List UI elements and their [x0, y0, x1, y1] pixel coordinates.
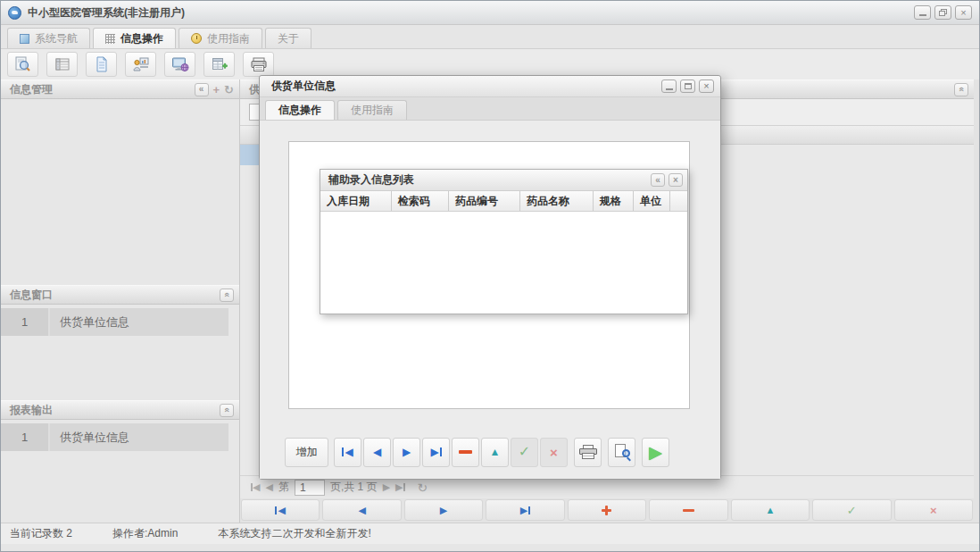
dialog-title: 供货单位信息 — [271, 79, 336, 94]
record-cancel-button[interactable]: × — [894, 499, 973, 521]
list-item-supplier-report[interactable]: 1 供货单位信息 — [1, 423, 228, 451]
record-next-button[interactable]: ▶ — [404, 499, 483, 521]
next-icon: ▶ — [403, 447, 411, 457]
column-header-search-code[interactable]: 检索码 — [392, 191, 449, 211]
print-preview-icon — [614, 444, 630, 460]
column-header-spec[interactable]: 规格 — [594, 191, 634, 211]
dialog-controls: × — [661, 79, 714, 93]
record-last-button[interactable]: ▶ — [486, 499, 564, 521]
column-header-drug-name[interactable]: 药品名称 — [520, 191, 594, 211]
tab-info-operation[interactable]: 信息操作 — [93, 28, 176, 48]
document-button[interactable] — [86, 52, 117, 77]
panel-header-info-management: 信息管理 « + ↻ — [1, 79, 239, 99]
dialog-title-bar: 供货单位信息 × — [260, 76, 720, 97]
page-suffix-label: 页,共 1 页 — [330, 480, 378, 495]
column-header-unit[interactable]: 单位 — [634, 191, 670, 211]
collapse-left-icon: « — [655, 176, 660, 185]
record-edit-button[interactable]: ▲ — [731, 499, 810, 521]
next-page-button[interactable]: ▶ — [383, 481, 390, 493]
panel-tools: « + ↻ — [195, 83, 235, 96]
add-button[interactable]: 增加 — [285, 438, 328, 467]
dialog-close-button[interactable]: × — [699, 79, 714, 93]
helper-close-button[interactable]: × — [669, 173, 683, 187]
search-document-icon — [14, 56, 31, 72]
user-report-button[interactable] — [125, 52, 156, 77]
last-page-button[interactable]: ▶ — [395, 481, 404, 493]
app-logo-icon — [8, 6, 21, 20]
printer-icon — [250, 56, 268, 72]
next-page-icon: ▶ — [383, 481, 390, 493]
dialog-tab-user-guide[interactable]: 使用指南 — [337, 100, 407, 120]
record-add-button[interactable] — [568, 499, 646, 521]
grid-icon — [105, 34, 115, 44]
collapse-up-button[interactable]: « — [954, 83, 968, 96]
dialog-print-preview-button[interactable] — [608, 438, 635, 467]
collapse-left-button[interactable]: « — [195, 83, 209, 96]
panel-title: 信息窗口 — [10, 288, 53, 303]
search-document-button[interactable] — [7, 52, 38, 77]
dialog-tab-info-operation[interactable]: 信息操作 — [265, 100, 335, 120]
tab-about[interactable]: 关于 — [265, 28, 311, 48]
info-window-list: 1 供货单位信息 — [1, 305, 239, 400]
dialog-run-button[interactable]: ▶ — [642, 438, 669, 467]
first-page-button[interactable]: ◀ — [251, 481, 260, 493]
monitor-globe-button[interactable] — [164, 52, 195, 77]
tab-system-navigation[interactable]: 系统导航 — [7, 28, 90, 48]
helper-input-panel: 辅助录入信息列表 « × 入库日期 检索码 药品编号 药品名称 规格 单位 — [320, 169, 688, 314]
add-icon[interactable]: + — [213, 84, 220, 96]
monitor-globe-icon — [171, 56, 189, 72]
sidebar: 信息管理 « + ↻ 信息窗口 « 1 供货单位信息 — [1, 79, 240, 523]
tab-label: 使用指南 — [351, 103, 394, 118]
cancel-icon: × — [550, 446, 558, 459]
dialog-confirm-button[interactable]: ✓ — [511, 438, 538, 467]
collapse-up-button[interactable]: « — [220, 289, 234, 302]
minimize-icon — [919, 14, 926, 16]
supplier-info-dialog: 供货单位信息 × 信息操作 使用指南 辅助录入信息列表 « × — [259, 75, 721, 480]
data-list-button[interactable] — [46, 52, 78, 77]
dialog-edit-button[interactable]: ▲ — [481, 438, 509, 467]
tab-user-guide[interactable]: 使用指南 — [179, 28, 262, 48]
column-header-drug-id[interactable]: 药品编号 — [449, 191, 520, 211]
record-first-button[interactable]: ◀ — [241, 499, 320, 521]
dialog-toolbar: 增加 ◀ ◀ ▶ ▶ ▲ ✓ × ▶ — [260, 437, 720, 467]
dialog-prev-button[interactable]: ◀ — [363, 438, 391, 467]
collapse-up-button[interactable]: « — [220, 404, 234, 417]
document-icon — [94, 56, 110, 72]
helper-collapse-button[interactable]: « — [651, 173, 665, 187]
dialog-cancel-button[interactable]: × — [540, 438, 568, 467]
tab-label: 系统导航 — [35, 31, 78, 46]
close-button[interactable]: × — [955, 5, 972, 20]
table-add-button[interactable] — [203, 52, 235, 77]
last-page-icon: ▶ — [395, 481, 403, 493]
page-number-input[interactable] — [295, 480, 325, 496]
refresh-icon[interactable]: ↻ — [224, 84, 234, 96]
refresh-button[interactable]: ↻ — [418, 481, 428, 495]
record-count-label: 当前记录数 2 — [10, 526, 72, 541]
minimize-button[interactable] — [914, 5, 931, 20]
dialog-maximize-button[interactable] — [680, 79, 695, 93]
delete-record-icon — [683, 509, 694, 512]
tab-label: 使用指南 — [207, 31, 250, 46]
dialog-first-button[interactable]: ◀ — [334, 438, 361, 467]
dialog-print-button[interactable] — [574, 438, 602, 467]
list-item-index: 1 — [1, 423, 50, 451]
dialog-next-button[interactable]: ▶ — [393, 438, 420, 467]
column-header-inbound-date[interactable]: 入库日期 — [320, 191, 392, 211]
close-icon: × — [673, 176, 678, 185]
printer-button[interactable] — [243, 52, 274, 77]
edit-record-icon: ▲ — [765, 506, 775, 515]
prev-page-button[interactable]: ◀ — [265, 481, 272, 493]
clock-icon — [191, 33, 202, 44]
dialog-last-button[interactable]: ▶ — [422, 438, 450, 467]
dialog-delete-button[interactable] — [452, 438, 479, 467]
record-prev-button[interactable]: ◀ — [322, 499, 401, 521]
list-item-supplier-info[interactable]: 1 供货单位信息 — [1, 308, 228, 336]
confirm-icon: ✓ — [847, 505, 857, 516]
list-item-index: 1 — [1, 308, 50, 336]
record-delete-button[interactable] — [649, 499, 727, 521]
system-message-label: 本系统支持二次开发和全新开发! — [218, 526, 370, 541]
record-confirm-button[interactable]: ✓ — [812, 499, 891, 521]
panel-title: 信息管理 — [10, 82, 53, 97]
restore-button[interactable] — [934, 5, 951, 20]
dialog-minimize-button[interactable] — [661, 79, 677, 93]
